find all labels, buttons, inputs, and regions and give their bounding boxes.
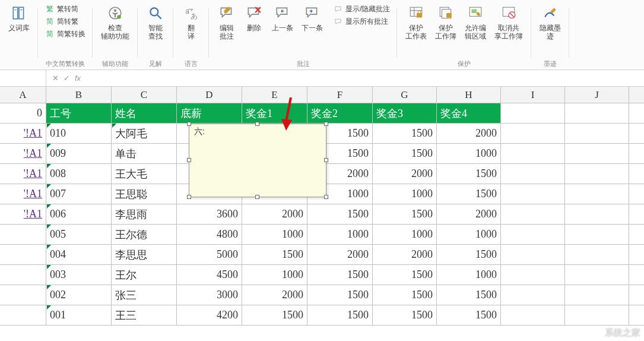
cell[interactable]: 009 [46, 144, 112, 163]
cell[interactable] [565, 184, 629, 204]
cell[interactable] [565, 305, 629, 325]
cell[interactable]: 王尔德 [112, 225, 177, 244]
cell[interactable]: 1500 [307, 265, 373, 285]
cell[interactable]: 1000 [373, 225, 437, 244]
cell[interactable]: 底薪 [177, 103, 242, 123]
cell[interactable]: 奖金2 [307, 103, 373, 123]
translate-button[interactable]: aあ 翻 译 [179, 4, 203, 42]
cell[interactable]: 1500 [242, 245, 307, 264]
cell[interactable]: 李思思 [112, 245, 177, 264]
prev-comment-button[interactable]: 上一条 [269, 4, 296, 33]
sheet-link[interactable]: '!A1 [24, 147, 42, 160]
cell[interactable]: 奖金3 [373, 103, 437, 123]
name-box[interactable] [0, 70, 46, 86]
cell[interactable]: 2000 [242, 204, 307, 224]
show-all-comments[interactable]: 显示所有批注 [332, 16, 389, 27]
cell[interactable]: 1500 [307, 285, 373, 305]
cell[interactable]: 王三 [112, 305, 177, 325]
cell[interactable]: '!A1 [0, 184, 46, 204]
check-accessibility-button[interactable]: 检查 辅助功能 [99, 4, 132, 42]
cell[interactable]: 3600 [177, 204, 242, 224]
cell[interactable]: 1500 [373, 265, 437, 285]
cell[interactable]: 1500 [437, 285, 501, 305]
cell[interactable]: 1000 [437, 225, 501, 244]
cell[interactable]: 李思雨 [112, 204, 177, 224]
sheet-link[interactable]: '!A1 [24, 127, 42, 140]
cell[interactable]: 2000 [307, 245, 373, 264]
cell[interactable]: 1000 [437, 144, 501, 163]
cell[interactable]: 1500 [437, 245, 501, 264]
cell[interactable]: 2000 [242, 285, 307, 305]
cell[interactable] [501, 225, 565, 244]
cell[interactable]: 1500 [373, 124, 437, 143]
cell[interactable] [501, 265, 565, 285]
cell[interactable]: 1500 [373, 144, 437, 163]
col-header-i[interactable]: I [501, 87, 565, 103]
cell[interactable] [0, 245, 46, 264]
cell[interactable] [565, 285, 629, 305]
col-header-e[interactable]: E [242, 87, 307, 103]
cell[interactable]: 006 [46, 204, 112, 224]
confirm-icon[interactable]: ✓ [64, 74, 70, 83]
toggle-comment[interactable]: 显示/隐藏批注 [332, 4, 391, 15]
cell[interactable]: 1500 [242, 305, 307, 325]
cell[interactable]: '!A1 [0, 124, 46, 143]
col-header-h[interactable]: H [437, 87, 501, 103]
cell[interactable]: 004 [46, 245, 112, 264]
sheet-link[interactable]: '!A1 [24, 188, 42, 200]
cell[interactable]: 003 [46, 265, 112, 285]
simp-to-trad[interactable]: 简简转繁 [44, 16, 80, 27]
thesaurus-button[interactable]: 义词库 [6, 4, 32, 33]
cell[interactable]: 005 [46, 225, 112, 244]
cell[interactable]: 1500 [307, 305, 373, 325]
cell[interactable] [565, 225, 629, 244]
cell[interactable]: '!A1 [0, 164, 46, 184]
cell[interactable]: '!A1 [0, 204, 46, 224]
cell[interactable] [501, 124, 565, 143]
cell[interactable]: 王尔 [112, 265, 177, 285]
cell[interactable]: 010 [46, 124, 112, 143]
cell[interactable]: 王大毛 [112, 164, 177, 184]
col-header-b[interactable]: B [46, 87, 112, 103]
cell[interactable]: 4200 [177, 305, 242, 325]
cell[interactable]: 2000 [437, 124, 501, 143]
cell[interactable]: 奖金4 [437, 103, 501, 123]
cell[interactable]: 1500 [437, 184, 501, 204]
cell[interactable] [0, 225, 46, 244]
cell[interactable]: 1500 [373, 285, 437, 305]
cell[interactable]: 2000 [373, 164, 437, 184]
cell[interactable] [0, 305, 46, 325]
cell[interactable] [565, 164, 629, 184]
cell[interactable]: 3000 [177, 285, 242, 305]
cell[interactable]: 0 [0, 103, 46, 123]
cell[interactable] [501, 245, 565, 264]
cell[interactable]: 奖金1 [242, 103, 307, 123]
cell[interactable]: 001 [46, 305, 112, 325]
cell[interactable]: 4500 [177, 265, 242, 285]
cell[interactable]: 002 [46, 285, 112, 305]
fx-icon[interactable]: fx [75, 74, 81, 83]
protect-workbook-button[interactable]: 保护 工作簿 [433, 4, 459, 42]
comment-box[interactable]: 六: [189, 124, 326, 197]
cell[interactable]: 5000 [177, 245, 242, 264]
cell[interactable]: 2000 [373, 245, 437, 264]
hide-ink-button[interactable]: 隐藏墨 迹 [537, 4, 563, 42]
cancel-icon[interactable]: ✕ [52, 74, 59, 83]
cell[interactable]: '!A1 [0, 144, 46, 163]
cell[interactable] [565, 144, 629, 163]
cell[interactable]: 4800 [177, 225, 242, 244]
cell[interactable] [501, 144, 565, 163]
cell[interactable] [565, 124, 629, 143]
cell[interactable]: 1000 [373, 184, 437, 204]
cell[interactable]: 1500 [373, 305, 437, 325]
trad-to-simp[interactable]: 繁繁转简 [44, 4, 80, 15]
cell[interactable] [501, 164, 565, 184]
cell[interactable]: 2000 [437, 204, 501, 224]
cell[interactable] [501, 305, 565, 325]
cell[interactable]: 1500 [307, 204, 373, 224]
cell[interactable]: 工号 [46, 103, 112, 123]
sheet-link[interactable]: '!A1 [24, 208, 42, 220]
cell[interactable]: 1500 [373, 204, 437, 224]
cell[interactable] [501, 103, 565, 123]
cell[interactable]: 大阿毛 [112, 124, 177, 143]
